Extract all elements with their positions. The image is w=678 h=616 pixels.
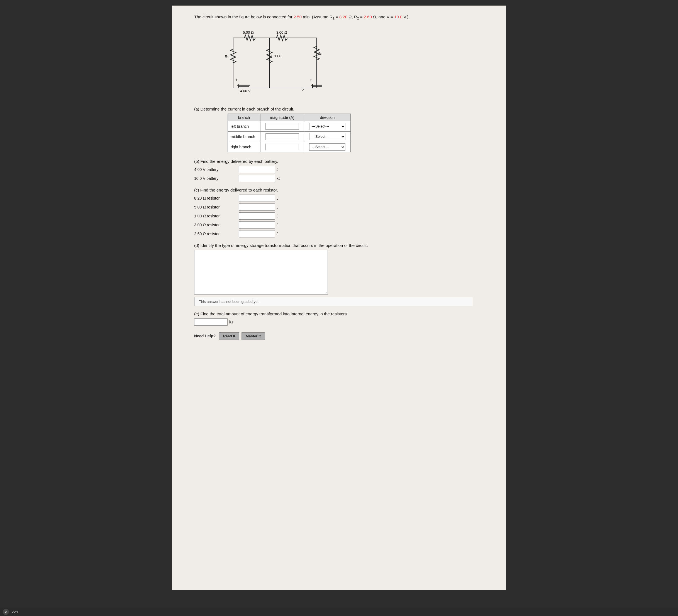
r300-row: 3.00 Ω resistor J <box>194 221 495 229</box>
r-3ohm-label: 3.00 Ω <box>276 30 287 35</box>
r260-label: 2.60 Ω resistor <box>194 232 239 236</box>
part-c-label: (c) Find the energy delivered to each re… <box>194 188 495 192</box>
r500-label: 5.00 Ω resistor <box>194 205 239 209</box>
r260-row: 2.60 Ω resistor J <box>194 230 495 238</box>
col-direction: direction <box>304 114 350 121</box>
part-e-row: kJ <box>194 319 495 326</box>
branch-right-label: right branch <box>228 142 260 152</box>
r2-value: 2.60 <box>364 14 372 19</box>
battery2-row: 10.0 V battery kJ <box>194 175 495 182</box>
battery2-plus: + <box>310 77 312 82</box>
r100-energy-input[interactable] <box>239 212 275 220</box>
circuit-svg: 5.00 Ω 3.00 Ω R₂ 1.00 Ω R₁ + 4.00 V + <box>217 27 333 99</box>
part-a-label: (a) Determine the current in each branch… <box>194 107 495 111</box>
part-a-section: (a) Determine the current in each branch… <box>194 107 495 152</box>
master-it-button[interactable]: Master It <box>241 332 265 340</box>
battery1-plus: + <box>235 77 238 82</box>
battery1-label: 4.00 V <box>240 89 251 93</box>
r820-energy-input[interactable] <box>239 195 275 202</box>
part-d-section: (d) Identify the type of energy storage … <box>194 243 495 306</box>
middle-branch-magnitude-input[interactable] <box>265 133 299 140</box>
r820-label: 8.20 Ω resistor <box>194 196 239 200</box>
part-d-textarea[interactable] <box>194 250 328 294</box>
read-it-button[interactable]: Read It <box>219 332 239 340</box>
battery1-row: 4.00 V battery J <box>194 166 495 173</box>
battery1-row-label: 4.00 V battery <box>194 167 239 172</box>
battery2-unit: kJ <box>276 176 280 181</box>
not-graded-text: This answer has not been graded yet. <box>199 299 260 304</box>
r1-value: 8.20 <box>339 14 347 19</box>
col-magnitude: magnitude (A) <box>260 114 304 121</box>
r500-unit: J <box>276 205 278 209</box>
middle-branch-direction-select[interactable]: ---Select--- up down left right <box>309 133 345 140</box>
r2-label: R₂ <box>317 51 322 55</box>
r820-row: 8.20 Ω resistor J <box>194 195 495 202</box>
table-row: middle branch ---Select--- up down left … <box>228 131 351 142</box>
part-b-label: (b) Find the energy delivered by each ba… <box>194 159 495 164</box>
left-branch-magnitude-input[interactable] <box>265 123 299 130</box>
circuit-diagram: 5.00 Ω 3.00 Ω R₂ 1.00 Ω R₁ + 4.00 V + <box>217 27 495 100</box>
battery1-unit: J <box>276 167 278 172</box>
right-branch-magnitude-input[interactable] <box>265 143 299 150</box>
part-e-energy-input[interactable] <box>194 319 228 326</box>
battery2-energy-input[interactable] <box>239 175 275 182</box>
part-d-label: (d) Identify the type of energy storage … <box>194 243 495 248</box>
v-value: 10.0 <box>394 14 402 19</box>
need-help-label: Need Help? <box>194 334 216 338</box>
battery2-row-label: 10.0 V battery <box>194 176 239 181</box>
page-wrapper: The circuit shown in the figure below is… <box>172 6 506 590</box>
r300-unit: J <box>276 223 278 227</box>
branch-table: branch magnitude (A) direction left bran… <box>228 114 351 152</box>
r100-label: 1.00 Ω resistor <box>194 214 239 218</box>
r-1ohm-label: 1.00 Ω <box>271 54 281 58</box>
part-e-label: (e) Find the total amount of energy tran… <box>194 312 495 316</box>
r300-label: 3.00 Ω resistor <box>194 223 239 227</box>
left-branch-direction-select[interactable]: ---Select--- up down left right <box>309 123 345 130</box>
r260-unit: J <box>276 232 278 236</box>
svg-rect-0 <box>233 38 317 88</box>
branch-left-label: left branch <box>228 121 260 131</box>
r820-unit: J <box>276 196 278 200</box>
part-e-unit: kJ <box>229 320 233 324</box>
r-5ohm-label: 5.00 Ω <box>243 30 254 35</box>
r100-unit: J <box>276 214 278 218</box>
right-branch-direction-select[interactable]: ---Select--- up down left right <box>309 143 345 151</box>
r260-energy-input[interactable] <box>239 230 275 238</box>
time-value: 2.50 <box>294 14 302 19</box>
r300-energy-input[interactable] <box>239 221 275 229</box>
part-c-section: (c) Find the energy delivered to each re… <box>194 188 495 238</box>
part-e-section: (e) Find the total amount of energy tran… <box>194 312 495 326</box>
part-b-section: (b) Find the energy delivered by each ba… <box>194 159 495 182</box>
r100-row: 1.00 Ω resistor J <box>194 212 495 220</box>
r500-row: 5.00 Ω resistor J <box>194 203 495 211</box>
r500-energy-input[interactable] <box>239 203 275 211</box>
battery1-energy-input[interactable] <box>239 166 275 173</box>
table-row: left branch ---Select--- up down left ri… <box>228 121 351 131</box>
battery2-label: V <box>301 88 304 92</box>
branch-middle-label: middle branch <box>228 131 260 142</box>
not-graded-box: This answer has not been graded yet. <box>194 297 473 306</box>
problem-intro: The circuit shown in the figure below is… <box>194 14 495 21</box>
need-help-row: Need Help? Read It Master It <box>194 332 495 340</box>
r1-label: R₁ <box>225 54 229 59</box>
col-branch: branch <box>228 114 260 121</box>
table-row: right branch ---Select--- up down left r… <box>228 142 351 152</box>
